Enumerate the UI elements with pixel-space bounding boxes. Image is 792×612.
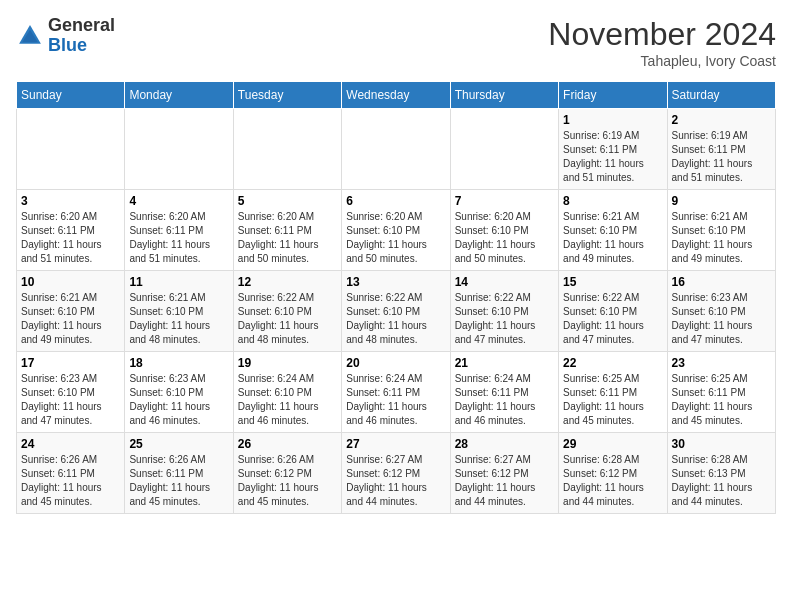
day-info: Sunrise: 6:20 AM Sunset: 6:11 PM Dayligh…	[129, 210, 228, 266]
day-number: 28	[455, 437, 554, 451]
calendar-cell: 20Sunrise: 6:24 AM Sunset: 6:11 PM Dayli…	[342, 352, 450, 433]
calendar-cell: 23Sunrise: 6:25 AM Sunset: 6:11 PM Dayli…	[667, 352, 775, 433]
day-info: Sunrise: 6:23 AM Sunset: 6:10 PM Dayligh…	[129, 372, 228, 428]
day-info: Sunrise: 6:23 AM Sunset: 6:10 PM Dayligh…	[21, 372, 120, 428]
day-info: Sunrise: 6:21 AM Sunset: 6:10 PM Dayligh…	[672, 210, 771, 266]
day-number: 27	[346, 437, 445, 451]
calendar-cell	[17, 109, 125, 190]
day-number: 13	[346, 275, 445, 289]
calendar-cell: 24Sunrise: 6:26 AM Sunset: 6:11 PM Dayli…	[17, 433, 125, 514]
calendar-table: SundayMondayTuesdayWednesdayThursdayFrid…	[16, 81, 776, 514]
day-info: Sunrise: 6:28 AM Sunset: 6:13 PM Dayligh…	[672, 453, 771, 509]
day-number: 22	[563, 356, 662, 370]
day-info: Sunrise: 6:24 AM Sunset: 6:11 PM Dayligh…	[455, 372, 554, 428]
day-number: 25	[129, 437, 228, 451]
day-number: 11	[129, 275, 228, 289]
day-number: 4	[129, 194, 228, 208]
day-number: 23	[672, 356, 771, 370]
day-number: 21	[455, 356, 554, 370]
logo-blue-text: Blue	[48, 35, 87, 55]
day-number: 9	[672, 194, 771, 208]
calendar-cell: 2Sunrise: 6:19 AM Sunset: 6:11 PM Daylig…	[667, 109, 775, 190]
calendar-week-row: 17Sunrise: 6:23 AM Sunset: 6:10 PM Dayli…	[17, 352, 776, 433]
day-number: 5	[238, 194, 337, 208]
calendar-cell: 27Sunrise: 6:27 AM Sunset: 6:12 PM Dayli…	[342, 433, 450, 514]
month-title: November 2024	[548, 16, 776, 53]
day-number: 18	[129, 356, 228, 370]
col-header-sunday: Sunday	[17, 82, 125, 109]
calendar-header-row: SundayMondayTuesdayWednesdayThursdayFrid…	[17, 82, 776, 109]
day-number: 14	[455, 275, 554, 289]
day-number: 19	[238, 356, 337, 370]
day-info: Sunrise: 6:24 AM Sunset: 6:11 PM Dayligh…	[346, 372, 445, 428]
col-header-wednesday: Wednesday	[342, 82, 450, 109]
calendar-cell: 9Sunrise: 6:21 AM Sunset: 6:10 PM Daylig…	[667, 190, 775, 271]
day-info: Sunrise: 6:19 AM Sunset: 6:11 PM Dayligh…	[672, 129, 771, 185]
calendar-cell: 25Sunrise: 6:26 AM Sunset: 6:11 PM Dayli…	[125, 433, 233, 514]
calendar-cell: 28Sunrise: 6:27 AM Sunset: 6:12 PM Dayli…	[450, 433, 558, 514]
calendar-week-row: 3Sunrise: 6:20 AM Sunset: 6:11 PM Daylig…	[17, 190, 776, 271]
logo-general-text: General	[48, 15, 115, 35]
calendar-cell: 19Sunrise: 6:24 AM Sunset: 6:10 PM Dayli…	[233, 352, 341, 433]
calendar-cell	[233, 109, 341, 190]
day-info: Sunrise: 6:22 AM Sunset: 6:10 PM Dayligh…	[455, 291, 554, 347]
calendar-cell: 29Sunrise: 6:28 AM Sunset: 6:12 PM Dayli…	[559, 433, 667, 514]
header: General Blue November 2024 Tahapleu, Ivo…	[16, 16, 776, 69]
calendar-cell: 13Sunrise: 6:22 AM Sunset: 6:10 PM Dayli…	[342, 271, 450, 352]
day-info: Sunrise: 6:21 AM Sunset: 6:10 PM Dayligh…	[563, 210, 662, 266]
day-number: 3	[21, 194, 120, 208]
day-number: 29	[563, 437, 662, 451]
col-header-saturday: Saturday	[667, 82, 775, 109]
calendar-cell: 4Sunrise: 6:20 AM Sunset: 6:11 PM Daylig…	[125, 190, 233, 271]
col-header-friday: Friday	[559, 82, 667, 109]
day-info: Sunrise: 6:26 AM Sunset: 6:11 PM Dayligh…	[129, 453, 228, 509]
day-info: Sunrise: 6:21 AM Sunset: 6:10 PM Dayligh…	[21, 291, 120, 347]
day-info: Sunrise: 6:25 AM Sunset: 6:11 PM Dayligh…	[563, 372, 662, 428]
day-number: 17	[21, 356, 120, 370]
calendar-cell: 22Sunrise: 6:25 AM Sunset: 6:11 PM Dayli…	[559, 352, 667, 433]
day-info: Sunrise: 6:22 AM Sunset: 6:10 PM Dayligh…	[346, 291, 445, 347]
calendar-week-row: 10Sunrise: 6:21 AM Sunset: 6:10 PM Dayli…	[17, 271, 776, 352]
calendar-cell: 3Sunrise: 6:20 AM Sunset: 6:11 PM Daylig…	[17, 190, 125, 271]
day-number: 12	[238, 275, 337, 289]
day-number: 24	[21, 437, 120, 451]
calendar-cell: 18Sunrise: 6:23 AM Sunset: 6:10 PM Dayli…	[125, 352, 233, 433]
calendar-cell: 14Sunrise: 6:22 AM Sunset: 6:10 PM Dayli…	[450, 271, 558, 352]
day-info: Sunrise: 6:22 AM Sunset: 6:10 PM Dayligh…	[563, 291, 662, 347]
calendar-cell: 26Sunrise: 6:26 AM Sunset: 6:12 PM Dayli…	[233, 433, 341, 514]
calendar-cell	[125, 109, 233, 190]
day-number: 10	[21, 275, 120, 289]
day-number: 6	[346, 194, 445, 208]
day-info: Sunrise: 6:20 AM Sunset: 6:11 PM Dayligh…	[21, 210, 120, 266]
logo-icon	[16, 22, 44, 50]
day-info: Sunrise: 6:25 AM Sunset: 6:11 PM Dayligh…	[672, 372, 771, 428]
day-number: 30	[672, 437, 771, 451]
location: Tahapleu, Ivory Coast	[548, 53, 776, 69]
day-number: 15	[563, 275, 662, 289]
calendar-cell: 7Sunrise: 6:20 AM Sunset: 6:10 PM Daylig…	[450, 190, 558, 271]
title-area: November 2024 Tahapleu, Ivory Coast	[548, 16, 776, 69]
day-info: Sunrise: 6:26 AM Sunset: 6:12 PM Dayligh…	[238, 453, 337, 509]
day-number: 26	[238, 437, 337, 451]
day-number: 8	[563, 194, 662, 208]
calendar-cell: 16Sunrise: 6:23 AM Sunset: 6:10 PM Dayli…	[667, 271, 775, 352]
calendar-cell: 11Sunrise: 6:21 AM Sunset: 6:10 PM Dayli…	[125, 271, 233, 352]
calendar-week-row: 1Sunrise: 6:19 AM Sunset: 6:11 PM Daylig…	[17, 109, 776, 190]
day-info: Sunrise: 6:20 AM Sunset: 6:10 PM Dayligh…	[346, 210, 445, 266]
day-number: 16	[672, 275, 771, 289]
calendar-cell: 12Sunrise: 6:22 AM Sunset: 6:10 PM Dayli…	[233, 271, 341, 352]
calendar-cell: 8Sunrise: 6:21 AM Sunset: 6:10 PM Daylig…	[559, 190, 667, 271]
day-info: Sunrise: 6:24 AM Sunset: 6:10 PM Dayligh…	[238, 372, 337, 428]
day-info: Sunrise: 6:23 AM Sunset: 6:10 PM Dayligh…	[672, 291, 771, 347]
logo: General Blue	[16, 16, 115, 56]
calendar-cell: 10Sunrise: 6:21 AM Sunset: 6:10 PM Dayli…	[17, 271, 125, 352]
col-header-monday: Monday	[125, 82, 233, 109]
calendar-cell: 15Sunrise: 6:22 AM Sunset: 6:10 PM Dayli…	[559, 271, 667, 352]
calendar-cell: 1Sunrise: 6:19 AM Sunset: 6:11 PM Daylig…	[559, 109, 667, 190]
day-info: Sunrise: 6:19 AM Sunset: 6:11 PM Dayligh…	[563, 129, 662, 185]
day-info: Sunrise: 6:27 AM Sunset: 6:12 PM Dayligh…	[455, 453, 554, 509]
day-info: Sunrise: 6:26 AM Sunset: 6:11 PM Dayligh…	[21, 453, 120, 509]
day-info: Sunrise: 6:20 AM Sunset: 6:10 PM Dayligh…	[455, 210, 554, 266]
day-info: Sunrise: 6:20 AM Sunset: 6:11 PM Dayligh…	[238, 210, 337, 266]
day-info: Sunrise: 6:21 AM Sunset: 6:10 PM Dayligh…	[129, 291, 228, 347]
